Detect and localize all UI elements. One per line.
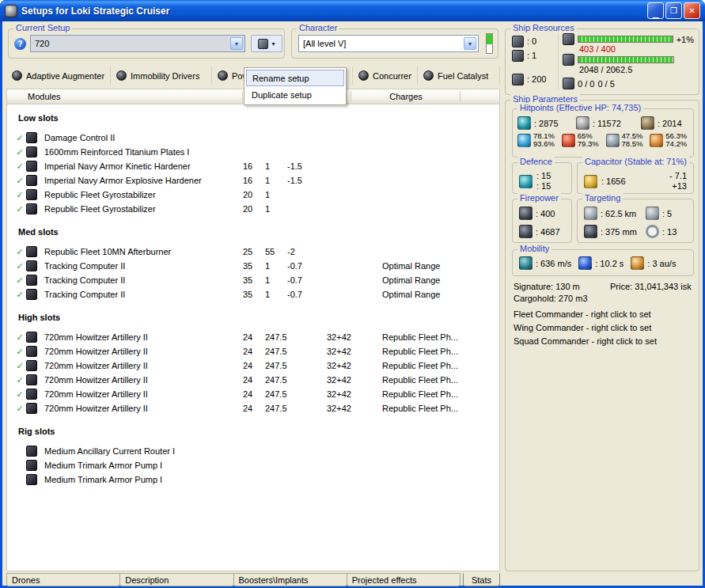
- module-stat-2: 1: [263, 290, 286, 299]
- module-row[interactable]: ✓ Damage Control II: [7, 131, 499, 145]
- module-stat-2: 1: [263, 161, 286, 171]
- mobility-body: : 636 m/s : 10.2 s : 3 au/s: [519, 256, 693, 270]
- module-stat-1: 20: [241, 204, 263, 214]
- module-name: Republic Fleet 10MN Afterburner: [42, 247, 241, 256]
- tab-boosters-implants[interactable]: Boosters\Implants: [233, 573, 347, 586]
- subsystem-button-concurrency[interactable]: Concurrenc...: [353, 66, 418, 85]
- powergrid-bar-row: [563, 55, 694, 65]
- module-row[interactable]: ✓ Imperial Navy Armor Kinetic Hardener 1…: [7, 159, 499, 173]
- warp-speed-icon: [631, 256, 644, 270]
- module-stat-1: 24: [241, 332, 263, 342]
- tab-projected-effects[interactable]: Projected effects: [347, 573, 461, 586]
- module-row[interactable]: Medium Ancillary Current Router I: [7, 444, 499, 458]
- module-stat-1: 20: [241, 190, 263, 199]
- turret-hardpoints-icon: [512, 36, 524, 47]
- max-velocity-value: : 636 m/s: [536, 259, 571, 268]
- tab-description[interactable]: Description: [119, 573, 233, 586]
- fitted-check-icon: ✓: [13, 247, 26, 257]
- fitted-check-icon: ✓: [13, 147, 26, 157]
- module-row[interactable]: ✓ 720mm Howitzer Artillery II 24 247.5 3…: [7, 401, 499, 415]
- module-stat-3: -0.7: [286, 261, 325, 271]
- module-row[interactable]: ✓ 720mm Howitzer Artillery II 24 247.5 3…: [7, 387, 499, 401]
- module-stat-1: 24: [241, 404, 263, 413]
- character-label: Character: [297, 23, 339, 32]
- module-stat-2: 1: [263, 190, 286, 199]
- thermal-resist-stat: 65% 79.3%: [562, 132, 604, 148]
- maximize-button[interactable]: ❐: [665, 2, 682, 19]
- module-table-body: Low slots ✓ Damage Control II ✓: [6, 104, 500, 571]
- fitted-check-icon: ✓: [13, 261, 26, 271]
- capacitor-delta: - 7.1: [669, 171, 687, 181]
- subsystem-label: Immobility Drivers: [131, 71, 199, 81]
- hitpoints-row: : 2875 : 11572 : 2014: [517, 116, 690, 130]
- squad-commander-setter[interactable]: Squad Commander - right click to set: [514, 336, 696, 347]
- module-row[interactable]: ✓ 1600mm Reinforced Titanium Plates I: [7, 145, 499, 159]
- module-row[interactable]: ✓ Imperial Navy Armor Explosive Hardener…: [7, 173, 499, 188]
- sensor-strength-stat: : 13: [646, 225, 693, 238]
- module-row[interactable]: ✓ Republic Fleet Gyrostabilizer 20 1: [7, 188, 499, 202]
- tab-drones[interactable]: Drones: [6, 573, 120, 586]
- module-charge: Republic Fleet Ph...: [374, 389, 499, 399]
- targeting-group: Targeting : 62.5 km : 5 : 375 mm : 13: [577, 199, 694, 243]
- armor-hp-value: : 11572: [593, 119, 621, 128]
- tab-stats[interactable]: Stats: [463, 573, 500, 586]
- firepower-body: : 400 : 4687: [519, 207, 571, 238]
- setup-tools-button[interactable]: ▾: [251, 35, 282, 52]
- turret-hardpoints-row: : 0: [512, 34, 558, 48]
- calibration-left-value: 0 / 0: [578, 79, 594, 89]
- fitted-check-icon: ✓: [13, 361, 26, 371]
- column-header-modules[interactable]: Modules: [28, 92, 61, 101]
- module-row[interactable]: Medium Trimark Armor Pump I: [7, 472, 499, 487]
- firepower-label: Firepower: [517, 193, 561, 203]
- setup-context-menu: Rename setup Duplicate setup: [244, 67, 347, 105]
- module-icon: [26, 460, 37, 471]
- titlebar: Setups for Loki Strategic Cruiser ▁ ❐ ✕: [0, 0, 705, 21]
- signature-value: Signature: 130 m: [514, 282, 580, 291]
- thermal-resist-values: 65% 79.3%: [578, 132, 599, 148]
- module-stat-3: -1.5: [286, 161, 325, 171]
- resist-value: 74.2%: [665, 140, 687, 148]
- setup-combobox[interactable]: 720 ▼: [30, 35, 245, 52]
- column-header-charges[interactable]: Charges: [353, 92, 459, 101]
- module-icon: [26, 189, 37, 200]
- combo-arrow-icon[interactable]: ▼: [464, 37, 476, 50]
- module-row[interactable]: ✓ 720mm Howitzer Artillery II 24 247.5 3…: [7, 373, 499, 387]
- powergrid-icon: [563, 54, 574, 66]
- high-slot-rows: ✓ 720mm Howitzer Artillery II 24 247.5 3…: [7, 330, 499, 415]
- slot-section-title: High slots: [18, 313, 499, 322]
- module-row[interactable]: ✓ Tracking Computer II 35 1 -0.7 Optimal…: [7, 259, 499, 273]
- module-charge: Republic Fleet Ph...: [374, 347, 499, 356]
- subsystem-button-immobility-drivers[interactable]: Immobility Drivers: [111, 66, 212, 85]
- module-row[interactable]: Medium Trimark Armor Pump I: [7, 458, 499, 472]
- menu-item-duplicate-setup[interactable]: Duplicate setup: [246, 86, 344, 103]
- resist-value: 79.3%: [578, 140, 599, 148]
- menu-item-rename-setup[interactable]: Rename setup: [246, 70, 344, 86]
- ship-resources-group: Ship Resources : 0 : 1 : 200 +1% 403 / 4…: [505, 28, 699, 95]
- module-row[interactable]: ✓ 720mm Howitzer Artillery II 24 247.5 3…: [7, 358, 499, 373]
- module-row[interactable]: ✓ 720mm Howitzer Artillery II 24 247.5 3…: [7, 330, 499, 344]
- fitted-check-icon: ✓: [13, 133, 26, 143]
- fleet-commander-setter[interactable]: Fleet Commander - right click to set: [514, 309, 696, 321]
- character-combobox[interactable]: [All level V] ▼: [298, 35, 479, 52]
- module-row[interactable]: ✓ Tracking Computer II 35 1 -0.7 Optimal…: [7, 273, 499, 287]
- capacitor-delta: +13: [669, 181, 687, 192]
- module-row[interactable]: ✓ Republic Fleet Gyrostabilizer 20 1: [7, 202, 499, 216]
- module-row[interactable]: ✓ Republic Fleet 10MN Afterburner 25 55 …: [7, 245, 499, 259]
- drone-capacity-row: : 200: [512, 72, 558, 86]
- minimize-button[interactable]: ▁: [647, 2, 664, 19]
- warp-speed-value: : 3 au/s: [647, 259, 676, 268]
- em-resist-icon: [517, 134, 531, 147]
- volley-value: : 400: [536, 209, 555, 218]
- launcher-hardpoints-value: : 1: [527, 51, 536, 60]
- subsystem-button-adaptive-augmenter[interactable]: Adaptive Augmenter: [6, 66, 111, 85]
- module-icon: [26, 146, 37, 157]
- subsystem-button-fuel-catalyst[interactable]: Fuel Catalyst: [418, 66, 500, 85]
- fitted-check-icon: ✓: [13, 332, 26, 343]
- module-row[interactable]: ✓ 720mm Howitzer Artillery II 24 247.5 3…: [7, 344, 499, 358]
- close-button[interactable]: ✕: [684, 2, 700, 19]
- wing-commander-setter[interactable]: Wing Commander - right click to set: [514, 322, 696, 334]
- module-row[interactable]: ✓ Tracking Computer II 35 1 -0.7 Optimal…: [7, 287, 499, 302]
- combo-arrow-icon[interactable]: ▼: [230, 37, 243, 50]
- help-button[interactable]: ?: [14, 38, 26, 50]
- module-icon: [26, 260, 37, 271]
